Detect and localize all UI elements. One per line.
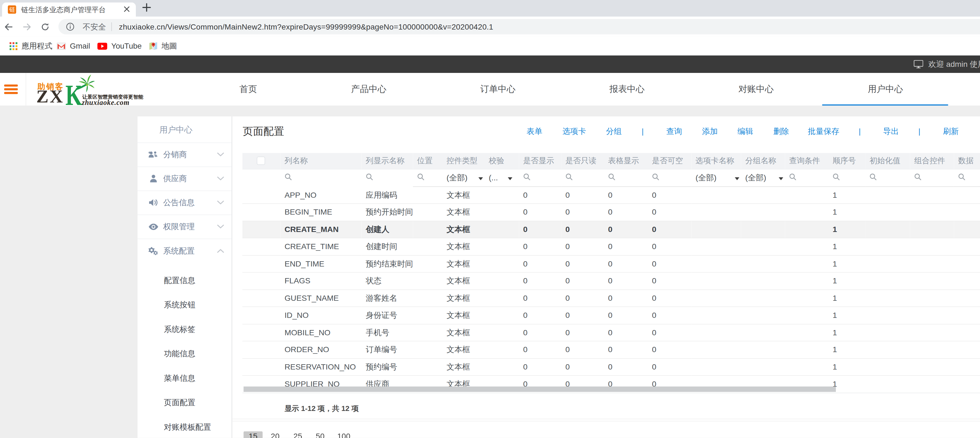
toolbar-form-button[interactable]: 表单 xyxy=(527,127,542,136)
sidebar-subitem-function-info[interactable]: 功能信息 xyxy=(137,341,231,366)
info-icon[interactable] xyxy=(66,22,75,31)
row-select-cell[interactable] xyxy=(242,238,280,255)
row-select-cell[interactable] xyxy=(242,324,280,341)
table-row[interactable]: BEGIN_TIME 预约开始时间 文本框 0 0 0 0 xyxy=(242,204,980,221)
bookmark-apps[interactable]: 應用程式 xyxy=(10,37,52,55)
select-all-cell[interactable] xyxy=(242,153,280,169)
filter-cell[interactable] xyxy=(785,169,829,186)
sidebar-item-permissions[interactable]: 权限管理 xyxy=(137,215,231,239)
table-row[interactable]: ORDER_NO 订单编号 文本框 0 0 0 0 xyxy=(242,341,980,358)
page-size-15[interactable]: 15 xyxy=(243,432,262,438)
filter-dropdown-validate[interactable]: (... xyxy=(485,169,519,186)
table-row[interactable]: ID_NO 身份证号 文本框 0 0 0 0 xyxy=(242,307,980,324)
nav-item-home[interactable]: 首页 xyxy=(239,73,257,106)
nav-item-orders[interactable]: 订单中心 xyxy=(480,73,515,106)
filter-cell[interactable] xyxy=(865,169,910,186)
page-size-50[interactable]: 50 xyxy=(316,432,325,438)
toolbar-add-button[interactable]: 添加 xyxy=(702,127,718,136)
toolbar-edit-button[interactable]: 编辑 xyxy=(737,127,753,136)
forward-icon[interactable] xyxy=(22,22,32,32)
sidebar-item-announcements[interactable]: 公告信息 xyxy=(137,191,231,215)
row-select-cell[interactable] xyxy=(242,204,280,221)
row-select-cell[interactable] xyxy=(242,221,280,238)
row-select-cell[interactable] xyxy=(242,341,280,358)
column-header[interactable]: 是否可空 xyxy=(648,153,691,169)
toolbar-export-button[interactable]: 导出 xyxy=(883,127,899,136)
filter-cell[interactable] xyxy=(829,169,865,186)
url-text[interactable]: zhuxiaoke.cn/Views/Common/MainNew2.htm?e… xyxy=(119,22,493,31)
filter-cell[interactable] xyxy=(280,169,361,186)
column-header[interactable]: 列名称 xyxy=(280,153,361,169)
filter-cell[interactable] xyxy=(362,169,413,186)
new-tab-button[interactable] xyxy=(141,2,153,14)
column-header[interactable]: 分组名称 xyxy=(741,153,785,169)
sidebar-item-suppliers[interactable]: 供应商 xyxy=(137,167,231,191)
nav-item-products[interactable]: 产品中心 xyxy=(351,73,387,106)
column-header[interactable]: 数据 xyxy=(954,153,980,169)
browser-tab[interactable]: 链 链生活多业态商户管理平台 xyxy=(2,3,136,17)
bookmark-gmail[interactable]: Gmail xyxy=(57,37,90,55)
table-row[interactable]: FLAGS 状态 文本框 0 0 0 0 xyxy=(242,272,980,290)
row-select-cell[interactable] xyxy=(242,272,280,290)
filter-cell[interactable] xyxy=(954,169,980,186)
bookmark-maps[interactable]: 地圖 xyxy=(149,37,177,55)
back-icon[interactable] xyxy=(4,22,14,32)
column-header[interactable]: 控件类型 xyxy=(442,153,485,169)
reload-icon[interactable] xyxy=(40,22,50,32)
filter-cell[interactable] xyxy=(413,169,443,186)
row-select-cell[interactable] xyxy=(242,290,280,307)
column-header[interactable]: 位置 xyxy=(413,153,443,169)
nav-item-reconciliation[interactable]: 对账中心 xyxy=(738,73,774,106)
table-row[interactable]: END_TIME 预约结束时间 文本框 0 0 0 0 xyxy=(242,255,980,272)
row-select-cell[interactable] xyxy=(242,358,280,376)
table-row[interactable]: RESERVATION_NO 预约编号 文本框 0 0 0 0 xyxy=(242,358,980,376)
select-all-checkbox[interactable] xyxy=(257,156,265,165)
toolbar-tab-button[interactable]: 选项卡 xyxy=(563,127,586,136)
page-size-25[interactable]: 25 xyxy=(294,432,302,438)
toolbar-batch-save-button[interactable]: 批量保存 xyxy=(808,127,839,136)
table-row[interactable]: MOBILE_NO 手机号 文本框 0 0 0 0 xyxy=(242,324,980,341)
column-header[interactable]: 顺序号 xyxy=(829,153,865,169)
column-header[interactable]: 是否只读 xyxy=(562,153,604,169)
table-row[interactable]: APP_NO 应用编码 文本框 0 0 0 0 xyxy=(242,186,980,204)
column-header[interactable]: 校验 xyxy=(485,153,519,169)
column-header[interactable]: 查询条件 xyxy=(785,153,829,169)
column-header[interactable]: 列显示名称 xyxy=(362,153,413,169)
filter-dropdown-tab-name[interactable]: (全部) xyxy=(691,169,741,186)
sidebar-subitem-config-info[interactable]: 配置信息 xyxy=(137,268,231,293)
column-header[interactable]: 是否显示 xyxy=(519,153,562,169)
column-header[interactable]: 组合控件 xyxy=(910,153,954,169)
column-header[interactable]: 表格显示 xyxy=(604,153,648,169)
horizontal-scrollbar-thumb[interactable] xyxy=(243,387,836,392)
brand-logo[interactable]: 助销客 ZX K 让景区智慧营销变得更智能 zhuxiaoke.com xyxy=(37,73,157,106)
column-header[interactable]: 选项卡名称 xyxy=(691,153,741,169)
tab-close-icon[interactable] xyxy=(123,6,131,14)
address-bar[interactable]: 不安全 zhuxiaoke.cn/Views/Common/MainNew2.h… xyxy=(58,19,980,34)
hamburger-menu-icon[interactable] xyxy=(4,84,18,94)
sidebar-subitem-reconciliation-template[interactable]: 对账模板配置 xyxy=(137,414,231,438)
row-select-cell[interactable] xyxy=(242,186,280,204)
sidebar-item-system-config[interactable]: 系统配置 xyxy=(137,239,231,263)
sidebar-subitem-system-buttons[interactable]: 系统按钮 xyxy=(137,293,231,317)
column-header[interactable]: 初始化值 xyxy=(865,153,910,169)
sidebar-subitem-system-labels[interactable]: 系统标签 xyxy=(137,317,231,341)
bookmark-youtube[interactable]: YouTube xyxy=(97,37,142,55)
toolbar-refresh-button[interactable]: 刷新 xyxy=(943,127,959,136)
table-row[interactable]: CREATE_TIME 创建时间 文本框 0 0 0 0 xyxy=(242,238,980,255)
filter-cell[interactable] xyxy=(604,169,648,186)
toolbar-query-button[interactable]: 查询 xyxy=(666,127,682,136)
sidebar-item-distributors[interactable]: 分销商 xyxy=(137,143,231,167)
sidebar-subitem-page-config[interactable]: 页面配置 xyxy=(137,390,231,415)
toolbar-group-button[interactable]: 分组 xyxy=(606,127,622,136)
filter-dropdown-control-type[interactable]: (全部) xyxy=(442,169,485,186)
table-row[interactable]: GUEST_NAME 游客姓名 文本框 0 0 0 0 xyxy=(242,290,980,307)
filter-cell[interactable] xyxy=(562,169,604,186)
page-size-20[interactable]: 20 xyxy=(271,432,280,438)
table-row[interactable]: CREATE_MAN 创建人 文本框 0 0 0 0 xyxy=(242,221,980,238)
filter-dropdown-group-name[interactable]: (全部) xyxy=(741,169,785,186)
page-size-100[interactable]: 100 xyxy=(337,432,350,438)
filter-cell[interactable] xyxy=(648,169,691,186)
filter-cell[interactable] xyxy=(910,169,954,186)
toolbar-delete-button[interactable]: 删除 xyxy=(773,127,789,136)
filter-cell[interactable] xyxy=(519,169,562,186)
